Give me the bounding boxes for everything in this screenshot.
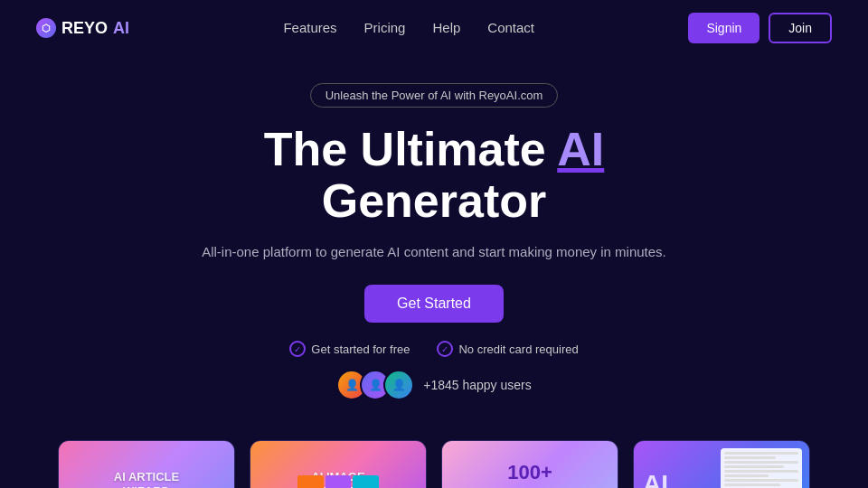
img-cell bbox=[326, 475, 352, 488]
signin-button[interactable]: Signin bbox=[688, 13, 760, 43]
happy-count: +1845 happy users bbox=[423, 378, 531, 392]
nav-contact[interactable]: Contact bbox=[487, 20, 534, 35]
happy-users: 👤 👤 👤 +1845 happy users bbox=[18, 370, 850, 400]
trust-free-label: Get started for free bbox=[311, 343, 410, 356]
logo-text-reyo: REYO bbox=[61, 19, 108, 38]
card-ai-assistant[interactable]: AI AI Assistant Effortlessly edit existi… bbox=[633, 440, 810, 488]
join-button[interactable]: Join bbox=[769, 13, 832, 43]
trust-badges: ✓ Get started for free ✓ No credit card … bbox=[18, 341, 850, 357]
card-assistant-thumb: AI bbox=[634, 441, 809, 488]
check-icon-1: ✓ bbox=[289, 341, 306, 357]
hero-title-part2: Generator bbox=[322, 174, 547, 227]
hero-subtitle: All-in-one platform to generate AI conte… bbox=[18, 241, 850, 263]
logo-icon: ⬡ bbox=[36, 18, 56, 38]
assistant-icon: AI bbox=[643, 470, 668, 488]
get-started-button[interactable]: Get Started bbox=[364, 285, 504, 323]
logo[interactable]: ⬡ REYOAI bbox=[36, 18, 129, 38]
img-cell bbox=[297, 475, 324, 488]
navbar: ⬡ REYOAI Features Pricing Help Contact S… bbox=[0, 0, 868, 56]
nav-features[interactable]: Features bbox=[283, 20, 336, 35]
card-article-wizard[interactable]: AI ARTICLEWIZARD AI Article Wizard Gener… bbox=[58, 440, 235, 488]
img-cell bbox=[353, 475, 379, 488]
card-article-thumb: AI ARTICLEWIZARD bbox=[59, 441, 234, 488]
trust-no-card: ✓ No credit card required bbox=[437, 341, 578, 357]
card-image-thumb: AI IMAGEGENERATOR bbox=[250, 441, 426, 488]
trust-free: ✓ Get started for free bbox=[289, 341, 410, 357]
avatar-3: 👤 bbox=[383, 370, 414, 400]
nav-buttons: Signin Join bbox=[688, 13, 832, 43]
card-writer-thumb: 100+AI TEMPLATES bbox=[442, 441, 618, 488]
nav-help[interactable]: Help bbox=[432, 20, 460, 35]
trust-no-card-label: No credit card required bbox=[458, 343, 578, 356]
card-image-grid bbox=[297, 475, 379, 488]
logo-text-ai: AI bbox=[113, 19, 129, 38]
nav-pricing[interactable]: Pricing bbox=[364, 20, 406, 35]
hero-section: Unleash the Power of AI with ReyoAI.com … bbox=[0, 56, 868, 440]
hero-title: The Ultimate AI Generator bbox=[18, 124, 850, 227]
card-image-generator[interactable]: AI IMAGEGENERATOR AI Image Generator Unl… bbox=[250, 440, 427, 488]
hero-title-ai: AI bbox=[557, 123, 604, 175]
cards-section: AI ARTICLEWIZARD AI Article Wizard Gener… bbox=[0, 440, 868, 488]
check-icon-2: ✓ bbox=[437, 341, 453, 357]
card-article-thumb-title: AI ARTICLEWIZARD bbox=[114, 471, 179, 488]
nav-links: Features Pricing Help Contact bbox=[283, 20, 534, 36]
hero-badge: Unleash the Power of AI with ReyoAI.com bbox=[310, 83, 559, 108]
card-writer-thumb-title: 100+AI TEMPLATES bbox=[484, 461, 576, 488]
avatars: 👤 👤 👤 bbox=[336, 370, 414, 400]
card-assistant-screen bbox=[721, 448, 802, 488]
hero-title-part1: The Ultimate bbox=[264, 123, 558, 175]
card-ai-writer[interactable]: 100+AI TEMPLATES AI Writer Create your c… bbox=[441, 440, 618, 488]
